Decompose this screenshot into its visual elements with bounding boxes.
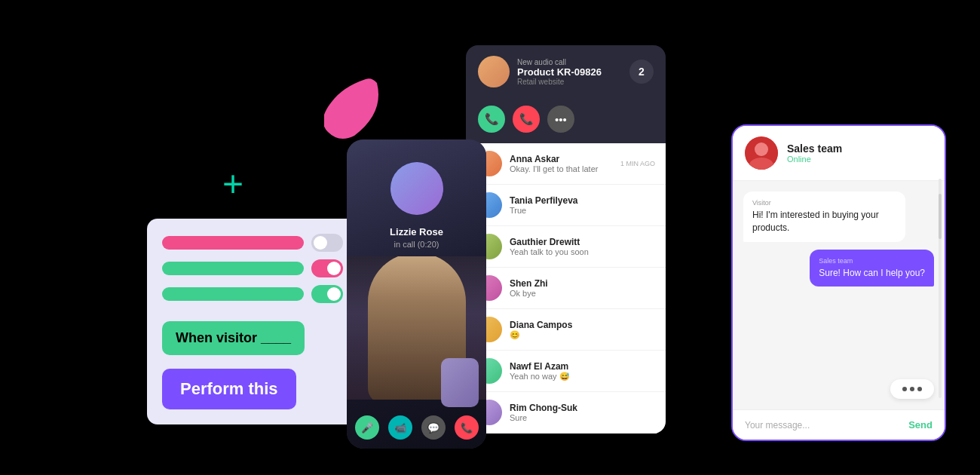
more-options-button[interactable]: ••• [547, 106, 574, 133]
video-controls: 🎤 📹 💬 📞 [347, 415, 486, 440]
decline-call-button[interactable]: 📞 [513, 106, 540, 133]
end-call-button[interactable]: 📞 [455, 415, 479, 440]
chat-list-items: Anna Askar Okay. I'll get to that later … [466, 143, 666, 434]
chat-button[interactable]: 💬 [421, 415, 446, 440]
notif-info: New audio call Product KR-09826 Retail w… [517, 58, 622, 86]
notif-subtitle: Retail website [517, 78, 622, 86]
chat-name-5: Nawf El Azam [510, 361, 655, 372]
chat-item-4[interactable]: Diana Campos 😊 [466, 309, 666, 351]
notif-label: New audio call [517, 58, 622, 66]
chat-info-0: Anna Askar Okay. I'll get to that later [510, 154, 613, 173]
chat-preview-0: Okay. I'll get to that later [510, 164, 613, 173]
chat-info-5: Nawf El Azam Yeah no way 😅 [510, 361, 655, 382]
chat-info-2: Gauthier Drewitt Yeah talk to you soon [510, 237, 655, 256]
chat-preview-5: Yeah no way 😅 [510, 372, 655, 382]
pip-window [441, 358, 479, 407]
chat-list-card: New audio call Product KR-09826 Retail w… [466, 45, 666, 434]
pink-arc-decoration [324, 75, 384, 143]
chat-info-3: Shen Zhi Ok bye [510, 278, 655, 298]
visitor-message: Visitor Hi! I'm interested in buying you… [743, 192, 905, 242]
chat-name-2: Gauthier Drewitt [510, 237, 655, 247]
notif-avatar [478, 56, 510, 87]
audio-call-notification: New audio call Product KR-09826 Retail w… [466, 45, 666, 98]
conversation-body: Visitor Hi! I'm interested in buying you… [733, 181, 945, 409]
automation-row-2 [162, 259, 343, 277]
notif-badge: 2 [629, 60, 654, 84]
chat-item-6[interactable]: Rim Chong-Suk Sure [466, 392, 666, 434]
audio-call-actions: 📞 📞 ••• [466, 98, 666, 143]
accept-call-button[interactable]: 📞 [478, 106, 505, 133]
conv-agent-status: Online [787, 155, 842, 164]
chat-name-0: Anna Askar [510, 154, 613, 164]
avatar-image [390, 162, 443, 215]
mic-button[interactable]: 🎤 [355, 415, 379, 440]
agent-message: Sales team Sure! How can I help you? [810, 250, 934, 287]
send-button[interactable]: Send [908, 419, 933, 431]
chat-preview-6: Sure [510, 413, 655, 422]
conv-agent-name: Sales team [787, 142, 842, 155]
agent-text: Sure! How can I help you? [819, 267, 925, 280]
chat-time-0: 1 MIN AGO [620, 160, 655, 167]
chat-preview-2: Yeah talk to you soon [510, 247, 655, 256]
chat-info-6: Rim Chong-Suk Sure [510, 403, 655, 422]
scene: + When visitor ____ Perform this [0, 0, 980, 475]
video-background: Lizzie Rose in call (0:20) 🎤 📹 💬 📞 [347, 139, 486, 449]
automation-card: When visitor ____ Perform this [147, 219, 358, 424]
plus-decoration: + [222, 166, 243, 202]
video-agent-avatar [390, 162, 443, 215]
chat-preview-1: True [510, 206, 655, 215]
chat-item-5[interactable]: Nawf El Azam Yeah no way 😅 [466, 351, 666, 392]
svg-point-1 [755, 142, 768, 156]
chat-item-1[interactable]: Tania Perfilyeva True [466, 185, 666, 226]
agent-label: Sales team [819, 257, 925, 265]
video-call-status: in call (0:20) [347, 240, 486, 249]
notif-title: Product KR-09826 [517, 66, 622, 78]
chat-preview-4: 😊 [510, 330, 655, 340]
chat-item-3[interactable]: Shen Zhi Ok bye [466, 268, 666, 309]
toggle-1[interactable] [311, 234, 343, 252]
dot-2 [910, 387, 914, 391]
chat-name-1: Tania Perfilyeva [510, 195, 655, 206]
chat-preview-3: Ok bye [510, 289, 655, 298]
chat-item-0[interactable]: Anna Askar Okay. I'll get to that later … [466, 143, 666, 185]
scrollbar-thumb[interactable] [939, 194, 942, 239]
automation-row-1 [162, 234, 343, 252]
chat-name-4: Diana Campos [510, 320, 655, 330]
green-bar-1 [162, 262, 304, 275]
video-call-card: Lizzie Rose in call (0:20) 🎤 📹 💬 📞 [347, 139, 486, 449]
message-placeholder[interactable]: Your message... [745, 420, 810, 431]
conversation-header: Sales team Online [733, 126, 945, 181]
toggle-2[interactable] [311, 259, 343, 277]
chat-item-2[interactable]: Gauthier Drewitt Yeah talk to you soon [466, 226, 666, 268]
visitor-text: Hi! I'm interested in buying your produc… [752, 209, 896, 234]
automation-row-3 [162, 285, 343, 303]
pink-bar [162, 236, 304, 250]
scrollbar-track [939, 179, 942, 398]
chat-info-1: Tania Perfilyeva True [510, 195, 655, 215]
when-visitor-button[interactable]: When visitor ____ [162, 321, 305, 355]
green-bar-2 [162, 287, 304, 301]
chat-conversation-card: Sales team Online Visitor Hi! I'm intere… [731, 124, 946, 441]
toggle-3[interactable] [311, 285, 343, 303]
dot-1 [902, 387, 907, 391]
video-agent-name: Lizzie Rose [347, 226, 486, 238]
perform-this-button[interactable]: Perform this [162, 369, 296, 409]
conv-agent-info: Sales team Online [787, 142, 842, 164]
video-button[interactable]: 📹 [388, 415, 412, 440]
visitor-label: Visitor [752, 199, 896, 207]
conv-agent-avatar [745, 136, 778, 170]
chat-name-6: Rim Chong-Suk [510, 403, 655, 413]
typing-indicator [890, 379, 934, 399]
conversation-footer: Your message... Send [733, 409, 945, 440]
chat-info-4: Diana Campos 😊 [510, 320, 655, 340]
chat-name-3: Shen Zhi [510, 278, 655, 289]
dot-3 [917, 387, 922, 391]
